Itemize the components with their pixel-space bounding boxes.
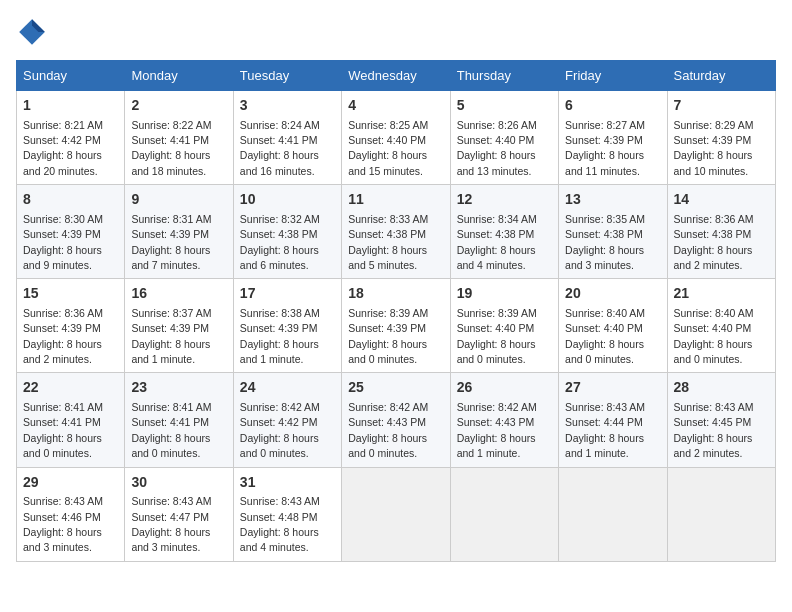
day-info: Sunrise: 8:43 AM Sunset: 4:45 PM Dayligh… xyxy=(674,401,754,459)
day-cell-7: 7Sunrise: 8:29 AM Sunset: 4:39 PM Daylig… xyxy=(667,91,775,185)
day-cell-20: 20Sunrise: 8:40 AM Sunset: 4:40 PM Dayli… xyxy=(559,279,667,373)
day-info: Sunrise: 8:42 AM Sunset: 4:43 PM Dayligh… xyxy=(457,401,537,459)
day-info: Sunrise: 8:38 AM Sunset: 4:39 PM Dayligh… xyxy=(240,307,320,365)
logo-icon xyxy=(16,16,48,48)
day-info: Sunrise: 8:37 AM Sunset: 4:39 PM Dayligh… xyxy=(131,307,211,365)
day-cell-30: 30Sunrise: 8:43 AM Sunset: 4:47 PM Dayli… xyxy=(125,467,233,561)
day-cell-27: 27Sunrise: 8:43 AM Sunset: 4:44 PM Dayli… xyxy=(559,373,667,467)
page-header xyxy=(16,16,776,48)
day-info: Sunrise: 8:33 AM Sunset: 4:38 PM Dayligh… xyxy=(348,213,428,271)
day-cell-24: 24Sunrise: 8:42 AM Sunset: 4:42 PM Dayli… xyxy=(233,373,341,467)
day-number: 3 xyxy=(240,96,335,116)
day-info: Sunrise: 8:21 AM Sunset: 4:42 PM Dayligh… xyxy=(23,119,103,177)
day-number: 20 xyxy=(565,284,660,304)
empty-cell xyxy=(667,467,775,561)
day-info: Sunrise: 8:32 AM Sunset: 4:38 PM Dayligh… xyxy=(240,213,320,271)
day-number: 27 xyxy=(565,378,660,398)
day-cell-23: 23Sunrise: 8:41 AM Sunset: 4:41 PM Dayli… xyxy=(125,373,233,467)
calendar-table: SundayMondayTuesdayWednesdayThursdayFrid… xyxy=(16,60,776,562)
day-cell-10: 10Sunrise: 8:32 AM Sunset: 4:38 PM Dayli… xyxy=(233,185,341,279)
day-number: 17 xyxy=(240,284,335,304)
col-header-sunday: Sunday xyxy=(17,61,125,91)
day-number: 23 xyxy=(131,378,226,398)
day-info: Sunrise: 8:39 AM Sunset: 4:40 PM Dayligh… xyxy=(457,307,537,365)
day-info: Sunrise: 8:42 AM Sunset: 4:42 PM Dayligh… xyxy=(240,401,320,459)
day-number: 31 xyxy=(240,473,335,493)
day-cell-28: 28Sunrise: 8:43 AM Sunset: 4:45 PM Dayli… xyxy=(667,373,775,467)
day-cell-31: 31Sunrise: 8:43 AM Sunset: 4:48 PM Dayli… xyxy=(233,467,341,561)
day-number: 13 xyxy=(565,190,660,210)
day-number: 10 xyxy=(240,190,335,210)
day-info: Sunrise: 8:43 AM Sunset: 4:48 PM Dayligh… xyxy=(240,495,320,553)
col-header-saturday: Saturday xyxy=(667,61,775,91)
day-number: 18 xyxy=(348,284,443,304)
day-cell-29: 29Sunrise: 8:43 AM Sunset: 4:46 PM Dayli… xyxy=(17,467,125,561)
day-number: 15 xyxy=(23,284,118,304)
col-header-monday: Monday xyxy=(125,61,233,91)
day-number: 11 xyxy=(348,190,443,210)
day-number: 26 xyxy=(457,378,552,398)
day-info: Sunrise: 8:27 AM Sunset: 4:39 PM Dayligh… xyxy=(565,119,645,177)
day-cell-3: 3Sunrise: 8:24 AM Sunset: 4:41 PM Daylig… xyxy=(233,91,341,185)
day-cell-14: 14Sunrise: 8:36 AM Sunset: 4:38 PM Dayli… xyxy=(667,185,775,279)
day-number: 5 xyxy=(457,96,552,116)
empty-cell xyxy=(450,467,558,561)
day-info: Sunrise: 8:25 AM Sunset: 4:40 PM Dayligh… xyxy=(348,119,428,177)
day-number: 12 xyxy=(457,190,552,210)
day-cell-18: 18Sunrise: 8:39 AM Sunset: 4:39 PM Dayli… xyxy=(342,279,450,373)
day-cell-21: 21Sunrise: 8:40 AM Sunset: 4:40 PM Dayli… xyxy=(667,279,775,373)
day-number: 29 xyxy=(23,473,118,493)
col-header-thursday: Thursday xyxy=(450,61,558,91)
day-cell-4: 4Sunrise: 8:25 AM Sunset: 4:40 PM Daylig… xyxy=(342,91,450,185)
day-cell-2: 2Sunrise: 8:22 AM Sunset: 4:41 PM Daylig… xyxy=(125,91,233,185)
day-info: Sunrise: 8:36 AM Sunset: 4:38 PM Dayligh… xyxy=(674,213,754,271)
day-number: 4 xyxy=(348,96,443,116)
day-info: Sunrise: 8:34 AM Sunset: 4:38 PM Dayligh… xyxy=(457,213,537,271)
day-info: Sunrise: 8:39 AM Sunset: 4:39 PM Dayligh… xyxy=(348,307,428,365)
day-cell-5: 5Sunrise: 8:26 AM Sunset: 4:40 PM Daylig… xyxy=(450,91,558,185)
day-info: Sunrise: 8:36 AM Sunset: 4:39 PM Dayligh… xyxy=(23,307,103,365)
col-header-wednesday: Wednesday xyxy=(342,61,450,91)
col-header-friday: Friday xyxy=(559,61,667,91)
day-cell-12: 12Sunrise: 8:34 AM Sunset: 4:38 PM Dayli… xyxy=(450,185,558,279)
day-cell-1: 1Sunrise: 8:21 AM Sunset: 4:42 PM Daylig… xyxy=(17,91,125,185)
day-cell-13: 13Sunrise: 8:35 AM Sunset: 4:38 PM Dayli… xyxy=(559,185,667,279)
day-info: Sunrise: 8:41 AM Sunset: 4:41 PM Dayligh… xyxy=(131,401,211,459)
col-header-tuesday: Tuesday xyxy=(233,61,341,91)
day-info: Sunrise: 8:26 AM Sunset: 4:40 PM Dayligh… xyxy=(457,119,537,177)
day-info: Sunrise: 8:43 AM Sunset: 4:44 PM Dayligh… xyxy=(565,401,645,459)
day-number: 14 xyxy=(674,190,769,210)
day-cell-19: 19Sunrise: 8:39 AM Sunset: 4:40 PM Dayli… xyxy=(450,279,558,373)
day-number: 21 xyxy=(674,284,769,304)
day-info: Sunrise: 8:35 AM Sunset: 4:38 PM Dayligh… xyxy=(565,213,645,271)
logo xyxy=(16,16,50,48)
empty-cell xyxy=(559,467,667,561)
day-cell-16: 16Sunrise: 8:37 AM Sunset: 4:39 PM Dayli… xyxy=(125,279,233,373)
day-number: 9 xyxy=(131,190,226,210)
day-number: 16 xyxy=(131,284,226,304)
day-number: 1 xyxy=(23,96,118,116)
day-number: 19 xyxy=(457,284,552,304)
day-number: 8 xyxy=(23,190,118,210)
day-number: 28 xyxy=(674,378,769,398)
day-cell-6: 6Sunrise: 8:27 AM Sunset: 4:39 PM Daylig… xyxy=(559,91,667,185)
day-info: Sunrise: 8:41 AM Sunset: 4:41 PM Dayligh… xyxy=(23,401,103,459)
day-cell-17: 17Sunrise: 8:38 AM Sunset: 4:39 PM Dayli… xyxy=(233,279,341,373)
day-number: 25 xyxy=(348,378,443,398)
day-cell-15: 15Sunrise: 8:36 AM Sunset: 4:39 PM Dayli… xyxy=(17,279,125,373)
day-cell-22: 22Sunrise: 8:41 AM Sunset: 4:41 PM Dayli… xyxy=(17,373,125,467)
day-info: Sunrise: 8:29 AM Sunset: 4:39 PM Dayligh… xyxy=(674,119,754,177)
day-number: 7 xyxy=(674,96,769,116)
day-info: Sunrise: 8:40 AM Sunset: 4:40 PM Dayligh… xyxy=(565,307,645,365)
day-info: Sunrise: 8:30 AM Sunset: 4:39 PM Dayligh… xyxy=(23,213,103,271)
day-info: Sunrise: 8:43 AM Sunset: 4:46 PM Dayligh… xyxy=(23,495,103,553)
day-number: 22 xyxy=(23,378,118,398)
day-cell-9: 9Sunrise: 8:31 AM Sunset: 4:39 PM Daylig… xyxy=(125,185,233,279)
day-number: 2 xyxy=(131,96,226,116)
empty-cell xyxy=(342,467,450,561)
day-number: 24 xyxy=(240,378,335,398)
day-info: Sunrise: 8:22 AM Sunset: 4:41 PM Dayligh… xyxy=(131,119,211,177)
day-cell-25: 25Sunrise: 8:42 AM Sunset: 4:43 PM Dayli… xyxy=(342,373,450,467)
day-info: Sunrise: 8:40 AM Sunset: 4:40 PM Dayligh… xyxy=(674,307,754,365)
day-cell-8: 8Sunrise: 8:30 AM Sunset: 4:39 PM Daylig… xyxy=(17,185,125,279)
